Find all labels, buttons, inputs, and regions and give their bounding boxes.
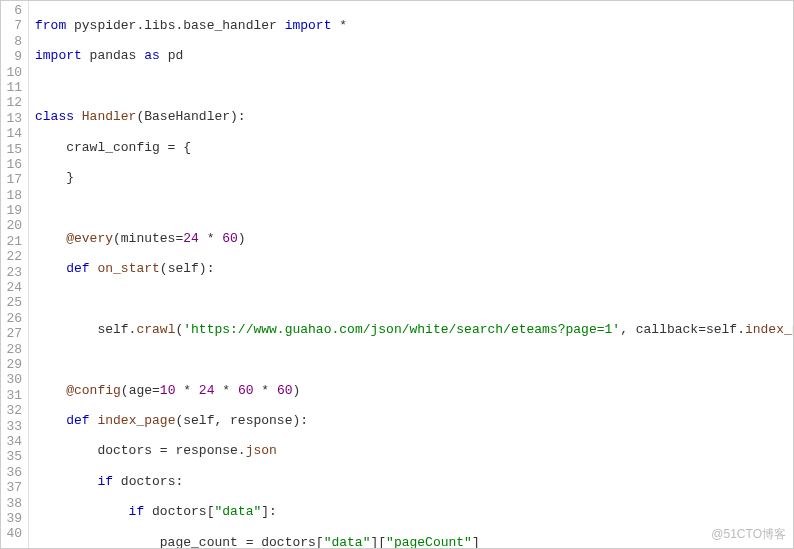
watermark-text: @51CTO博客 [711, 526, 786, 543]
line-number: 15 [3, 142, 22, 157]
code-line: if doctors: [35, 474, 793, 489]
line-number: 13 [3, 111, 22, 126]
code-line: crawl_config = { [35, 140, 793, 155]
line-number: 32 [3, 403, 22, 418]
line-number: 7 [3, 18, 22, 33]
code-line: def index_page(self, response): [35, 413, 793, 428]
code-editor[interactable]: 6789101112131415161718192021222324252627… [0, 0, 794, 549]
code-area[interactable]: from pyspider.libs.base_handler import *… [29, 1, 793, 548]
line-number: 14 [3, 126, 22, 141]
line-number: 28 [3, 342, 22, 357]
code-line [35, 292, 793, 307]
line-number: 24 [3, 280, 22, 295]
line-number: 6 [3, 3, 22, 18]
line-number: 39 [3, 511, 22, 526]
line-number: 19 [3, 203, 22, 218]
code-line: @every(minutes=24 * 60) [35, 231, 793, 246]
line-number: 34 [3, 434, 22, 449]
line-number: 23 [3, 265, 22, 280]
code-line: doctors = response.json [35, 443, 793, 458]
code-line: if doctors["data"]: [35, 504, 793, 519]
code-line: } [35, 170, 793, 185]
line-number: 9 [3, 49, 22, 64]
line-number: 29 [3, 357, 22, 372]
line-number: 21 [3, 234, 22, 249]
line-number: 22 [3, 249, 22, 264]
code-line [35, 200, 793, 215]
line-number: 35 [3, 449, 22, 464]
line-number: 30 [3, 372, 22, 387]
line-number: 33 [3, 419, 22, 434]
line-number: 10 [3, 65, 22, 80]
line-number: 16 [3, 157, 22, 172]
line-number: 17 [3, 172, 22, 187]
line-number-gutter: 6789101112131415161718192021222324252627… [1, 1, 29, 548]
code-line: self.crawl('https://www.guahao.com/json/… [35, 322, 793, 337]
code-line: page_count = doctors["data"]["pageCount"… [35, 535, 793, 548]
code-line: @config(age=10 * 24 * 60 * 60) [35, 383, 793, 398]
line-number: 40 [3, 526, 22, 541]
line-number: 27 [3, 326, 22, 341]
line-number: 12 [3, 95, 22, 110]
line-number: 38 [3, 496, 22, 511]
line-number: 8 [3, 34, 22, 49]
code-line: from pyspider.libs.base_handler import * [35, 18, 793, 33]
line-number: 18 [3, 188, 22, 203]
code-line: import pandas as pd [35, 48, 793, 63]
line-number: 11 [3, 80, 22, 95]
line-number: 37 [3, 480, 22, 495]
line-number: 31 [3, 388, 22, 403]
line-number: 26 [3, 311, 22, 326]
line-number: 25 [3, 295, 22, 310]
code-line [35, 79, 793, 94]
line-number: 36 [3, 465, 22, 480]
code-line: class Handler(BaseHandler): [35, 109, 793, 124]
line-number: 20 [3, 218, 22, 233]
code-line: def on_start(self): [35, 261, 793, 276]
code-line [35, 352, 793, 367]
